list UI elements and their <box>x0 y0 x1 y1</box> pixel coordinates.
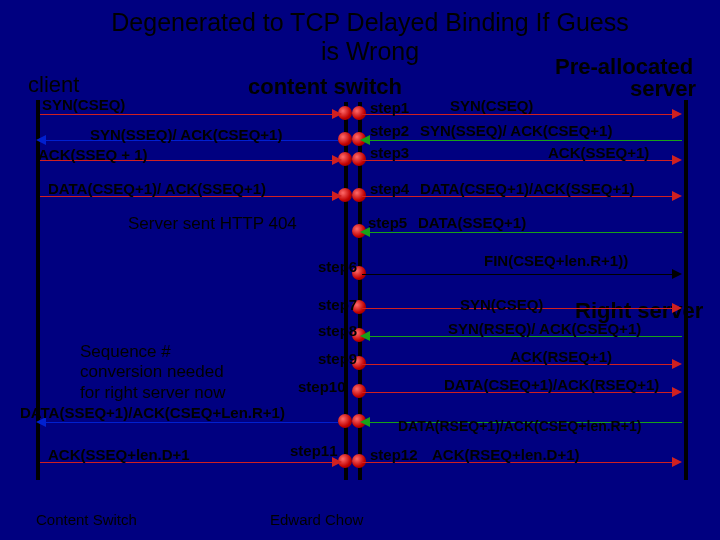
msg-right-data2: DATA(CSEQ+1)/ACK(RSEQ+1) <box>444 376 659 393</box>
step-label: step2 <box>370 122 409 139</box>
msg-left-ack: ACK(SSEQ + 1) <box>38 146 148 163</box>
note-seq-line1: Sequence # <box>80 342 171 361</box>
arrow-head-icon <box>332 191 342 201</box>
lifeline-server <box>684 100 688 480</box>
arrow-head-icon <box>360 135 370 145</box>
msg-right-databack: DATA(SSEQ+1) <box>418 214 526 231</box>
step-label: step1 <box>370 99 409 116</box>
msg-right-ack2: ACK(RSEQ+1) <box>510 348 612 365</box>
arrow-head-icon <box>672 155 682 165</box>
arrow-head-icon <box>672 303 682 313</box>
step-label: step6 <box>318 258 357 275</box>
arrow <box>362 274 676 275</box>
arrow-head-icon <box>672 191 682 201</box>
switch-dot <box>352 384 366 398</box>
msg-right-synack2: SYN(RSEQ)/ ACK(CSEQ+1) <box>448 320 641 337</box>
msg-right-fin: FIN(CSEQ+len.R+1)) <box>484 252 628 269</box>
msg-right-ack: ACK(SSEQ+1) <box>548 144 649 161</box>
step-label: step7 <box>318 296 357 313</box>
msg-right-databack2: DATA(RSEQ+1)/ACK(CSEQ+len.R+1) <box>398 418 641 434</box>
switch-dot <box>352 454 366 468</box>
msg-right-finack2: ACK(RSEQ+len.D+1) <box>432 446 580 463</box>
step-label: step12 <box>370 446 418 463</box>
step-label: step3 <box>370 144 409 161</box>
arrow-head-icon <box>332 155 342 165</box>
msg-right-syn: SYN(CSEQ) <box>450 97 533 114</box>
role-client: client <box>28 72 79 98</box>
note-seq-line3: for right server now <box>80 383 226 402</box>
switch-dot <box>352 106 366 120</box>
msg-left-finack: ACK(SSEQ+len.D+1 <box>48 446 190 463</box>
switch-dot <box>352 152 366 166</box>
footer-left: Content Switch <box>36 511 137 528</box>
step-label: step11 <box>290 442 338 459</box>
msg-right-data: DATA(CSEQ+1)/ACK(SSEQ+1) <box>420 180 634 197</box>
switch-dot <box>338 414 352 428</box>
msg-left-synack: SYN(SSEQ)/ ACK(CSEQ+1) <box>90 126 282 143</box>
step-label: step10 <box>298 378 346 395</box>
arrow <box>44 422 338 423</box>
msg-left-data2: DATA(SSEQ+1)/ACK(CSEQ+Len.R+1) <box>20 404 285 421</box>
msg-left-syn: SYN(CSEQ) <box>42 96 125 113</box>
footer-center: Edward Chow <box>270 511 363 528</box>
arrow-head-icon <box>672 269 682 279</box>
switch-dot <box>352 188 366 202</box>
arrow-head-icon <box>672 387 682 397</box>
arrow-head-icon <box>672 109 682 119</box>
role-server: server <box>630 76 696 102</box>
step-label: step8 <box>318 322 357 339</box>
msg-left-data: DATA(CSEQ+1)/ ACK(SSEQ+1) <box>48 180 266 197</box>
arrow-head-icon <box>36 135 46 145</box>
arrow <box>40 114 336 115</box>
note-seq-line2: conversion needed <box>80 362 224 381</box>
note-404: Server sent HTTP 404 <box>128 214 297 234</box>
arrow-head-icon <box>332 109 342 119</box>
arrow <box>368 140 682 141</box>
step-label: step5 <box>368 214 407 231</box>
arrow-head-icon <box>360 417 370 427</box>
step-label: step9 <box>318 350 357 367</box>
title-line2: is Wrong <box>321 37 419 65</box>
msg-right-syn2: SYN(CSEQ) <box>460 296 543 313</box>
switch-dot <box>338 132 352 146</box>
note-seq-conversion: Sequence # conversion needed for right s… <box>80 342 226 403</box>
arrow-head-icon <box>672 359 682 369</box>
arrow-head-icon <box>672 457 682 467</box>
arrow-head-icon <box>360 331 370 341</box>
role-content-switch: content switch <box>248 74 402 100</box>
arrow <box>368 232 682 233</box>
title-line1: Degenerated to TCP Delayed Binding If Gu… <box>111 8 628 36</box>
msg-right-synack: SYN(SSEQ)/ ACK(CSEQ+1) <box>420 122 612 139</box>
step-label: step4 <box>370 180 409 197</box>
